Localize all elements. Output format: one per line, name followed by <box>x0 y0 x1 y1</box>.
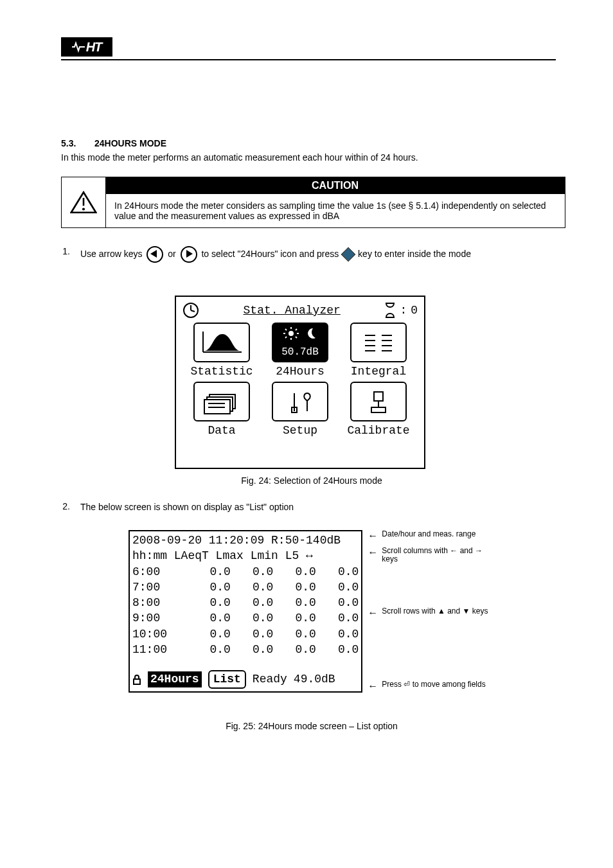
svg-line-14 <box>296 329 297 330</box>
hourglass-icon <box>384 302 396 319</box>
fig25-footer-status: Ready <box>253 671 287 687</box>
fig25-cell: 0.0 <box>316 564 359 580</box>
svg-line-5 <box>191 310 195 312</box>
fig25-cell: 0.0 <box>231 642 273 657</box>
fig25-cell: 0.0 <box>188 626 230 642</box>
moon-icon <box>305 327 317 340</box>
caution-title: CAUTION <box>105 177 565 194</box>
fig25-cell: 0.0 <box>273 610 315 626</box>
mode-setup-label: Setup <box>283 424 317 437</box>
fig25-note-rows: Scroll rows with ▲ and ▼ keys <box>382 607 488 616</box>
calibrate-icon <box>350 382 407 421</box>
arrow-left-icon: ← <box>368 530 378 542</box>
step-2: 2. The below screen is shown on display … <box>61 501 562 513</box>
step1-mid: to select "24Hours" icon and press <box>201 249 341 259</box>
fig25-screen: 2008-09-20 11:20:09 R:50-140dB hh:mm LAe… <box>129 530 362 693</box>
fig25-cell: 0.0 <box>273 626 315 642</box>
fig24-title: Stat. Analyzer <box>203 304 380 317</box>
fig25-footer-value: 49.0dB <box>294 671 335 687</box>
caution-block: CAUTION In 24Hours mode the meter consid… <box>61 177 565 228</box>
fig25-cell: 7:00 <box>132 580 188 595</box>
fig25-cell: 0.0 <box>188 564 230 580</box>
fig25-columns-line: hh:mm LAeqT Lmax Lmin L5 ↔ <box>132 548 359 563</box>
section-title: 24HOURS MODE <box>94 138 166 148</box>
fig24-count: 0 <box>411 304 418 317</box>
fig25-cell: 0.0 <box>188 642 230 657</box>
mode-data-label: Data <box>208 424 235 437</box>
fig25-cell: 0.0 <box>316 626 359 642</box>
fig25-note-cols: Scroll columns with ← and → keys <box>382 547 488 563</box>
fig25-cell: 0.0 <box>231 564 273 580</box>
data-folder-icon <box>193 382 250 421</box>
lock-icon <box>132 674 141 686</box>
fig25-cell: 0.0 <box>231 595 273 610</box>
arrow-left-icon: ← <box>368 680 378 692</box>
mode-integral-label: Integral <box>351 365 406 378</box>
svg-line-12 <box>296 337 297 338</box>
svg-line-13 <box>285 337 287 338</box>
mode-24hours-label: 24Hours <box>276 365 324 378</box>
fig25-cell: 0.0 <box>231 610 273 626</box>
warning-triangle-icon <box>70 191 97 214</box>
mode-statistic-label: Statistic <box>190 365 253 378</box>
fig25-cell: 0.0 <box>188 580 230 595</box>
fig25-cell: 0.0 <box>188 595 230 610</box>
fig25-header-line: 2008-09-20 11:20:09 R:50-140dB <box>132 533 359 548</box>
mode-24hours-value: 50.7dB <box>281 346 319 358</box>
fig25-cell: 11:00 <box>132 642 188 657</box>
caution-icon-cell <box>62 177 106 227</box>
brand-logo: HT <box>61 37 112 57</box>
fig25-cell: 0.0 <box>231 626 273 642</box>
step1-prefix: Use arrow keys <box>80 249 145 259</box>
step1-sep: or <box>168 249 178 259</box>
mode-setup: Setup <box>265 382 335 437</box>
caution-body-text: In 24Hours mode the meter considers as s… <box>105 194 565 227</box>
arrow-left-icon: ← <box>368 547 378 558</box>
mode-integral: Integral <box>343 323 414 378</box>
fig24-caption: Fig. 24: Selection of 24Hours mode <box>61 475 562 486</box>
sun-icon <box>283 327 299 340</box>
enter-diamond-icon <box>341 247 356 262</box>
fig25-cell: 0.0 <box>316 580 359 595</box>
svg-rect-32 <box>371 407 386 412</box>
fig25-cell: 0.0 <box>316 610 359 626</box>
section-number: 5.3. <box>61 138 87 148</box>
section-body: In this mode the meter performs an autom… <box>61 152 418 163</box>
step-1: 1. Use arrow keys or to select "24Hours"… <box>61 246 562 263</box>
integral-list-icon <box>350 323 407 362</box>
step1-tail: key to enter inside the mode <box>358 249 471 259</box>
section-heading-row: 5.3. 24HOURS MODE In this mode the meter… <box>61 138 562 163</box>
svg-rect-33 <box>134 679 140 684</box>
fig25-cell: 6:00 <box>132 564 188 580</box>
right-arrow-icon <box>181 246 197 263</box>
svg-rect-30 <box>374 392 383 401</box>
svg-point-2 <box>82 208 85 210</box>
mode-statistic: Statistic <box>186 323 257 378</box>
svg-line-11 <box>285 329 287 330</box>
header-divider <box>61 59 556 60</box>
fig25-note-footer: Press ⏎ to move among fields <box>382 680 488 689</box>
fig25-note-top: Date/hour and meas. range <box>382 530 488 538</box>
setup-tools-icon <box>272 382 328 421</box>
arrow-left-icon: ← <box>368 607 378 619</box>
clock-icon <box>182 302 199 319</box>
logo-text: HT <box>86 40 102 55</box>
fig25-cell: 0.0 <box>316 642 359 657</box>
fig25-cell: 0.0 <box>316 595 359 610</box>
step2-body: The below screen is shown on display as … <box>80 502 294 512</box>
fig25-cell: 0.0 <box>273 580 315 595</box>
fig25-footer-mode: 24Hours <box>148 671 202 687</box>
fig24-screen: Stat. Analyzer : 0 Statistic <box>175 296 425 469</box>
fig25-cell: 0.0 <box>273 595 315 610</box>
mode-data: Data <box>186 382 257 437</box>
mode-calibrate-label: Calibrate <box>347 424 409 437</box>
left-arrow-icon <box>147 246 163 263</box>
fig25-cell: 9:00 <box>132 610 188 626</box>
mode-calibrate: Calibrate <box>343 382 414 437</box>
fig25-caption: Fig. 25: 24Hours mode screen – List opti… <box>61 721 562 731</box>
fig25-wrap: 2008-09-20 11:20:09 R:50-140dB hh:mm LAe… <box>129 530 488 693</box>
fig25-cell: 0.0 <box>273 642 315 657</box>
fig25-footer-btn: List <box>208 670 246 688</box>
fig25-cell: 8:00 <box>132 595 188 610</box>
fig25-cell: 10:00 <box>132 626 188 642</box>
